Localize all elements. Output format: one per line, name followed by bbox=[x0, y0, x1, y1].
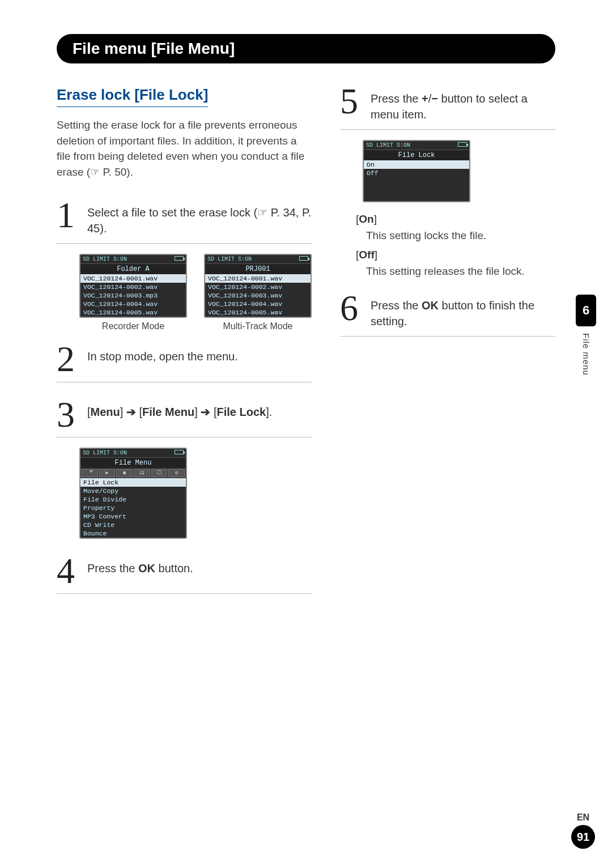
caption-multitrack: Multi-Track Mode bbox=[204, 321, 312, 331]
step-text: [Menu] ➔ [File Menu] ➔ [File Lock]. bbox=[87, 399, 312, 420]
step-text: Select a file to set the erase lock (☞ P… bbox=[87, 200, 312, 236]
step-5: 5 Press the +/− button to select a menu … bbox=[340, 86, 555, 130]
chapter-badge: 6 bbox=[576, 295, 596, 326]
footer: EN 91 bbox=[571, 812, 595, 849]
caption-recorder: Recorder Mode bbox=[79, 321, 187, 331]
lcd-filemenu: SD LIMIT S:ON File Menu 🎤▶︎◼🗂🖵⚙ File Loc… bbox=[79, 448, 187, 539]
step-text: Press the OK button to finish the settin… bbox=[371, 293, 555, 329]
left-column: Erase lock [File Lock] Setting the erase… bbox=[57, 86, 312, 604]
step-2: 2 In stop mode, open the menu. bbox=[57, 344, 312, 382]
step-4: 4 Press the OK button. bbox=[57, 556, 312, 594]
page-header: File menu [File Menu] bbox=[57, 34, 555, 63]
step-number: 5 bbox=[340, 86, 363, 117]
page-number: 91 bbox=[571, 825, 595, 849]
step-number: 1 bbox=[57, 200, 79, 231]
step-number: 3 bbox=[57, 399, 79, 430]
lcd-recorder: SD LIMIT S:ON Folder A VOC_120124-0001.w… bbox=[79, 254, 187, 318]
step-6: 6 Press the OK button to finish the sett… bbox=[340, 293, 555, 337]
lcd-filelock: SD LIMIT S:ON File Lock On Off bbox=[363, 140, 470, 202]
step-text: Press the OK button. bbox=[87, 556, 312, 576]
lcd-multitrack: SD LIMIT S:ON PRJ001 VOC_120124-0001.wav… bbox=[204, 254, 312, 318]
step-number: 2 bbox=[57, 344, 79, 375]
option-descriptions: [On] This setting locks the file. [Off] … bbox=[356, 211, 555, 279]
lang-code: EN bbox=[571, 812, 595, 823]
step1-screens: SD LIMIT S:ON Folder A VOC_120124-0001.w… bbox=[79, 254, 312, 331]
section-title: Erase lock [File Lock] bbox=[57, 86, 208, 107]
step-number: 4 bbox=[57, 556, 79, 586]
side-label: File menu bbox=[581, 333, 591, 376]
side-tab: 6 File menu bbox=[576, 295, 596, 376]
intro-text: Setting the erase lock for a file preven… bbox=[57, 117, 312, 180]
step-text: Press the +/− button to select a menu it… bbox=[371, 86, 555, 122]
step-number: 6 bbox=[340, 293, 363, 324]
right-column: 5 Press the +/− button to select a menu … bbox=[340, 86, 555, 604]
step-3: 3 [Menu] ➔ [File Menu] ➔ [File Lock]. bbox=[57, 399, 312, 437]
step-1: 1 Select a file to set the erase lock (☞… bbox=[57, 200, 312, 244]
step-text: In stop mode, open the menu. bbox=[87, 344, 312, 364]
